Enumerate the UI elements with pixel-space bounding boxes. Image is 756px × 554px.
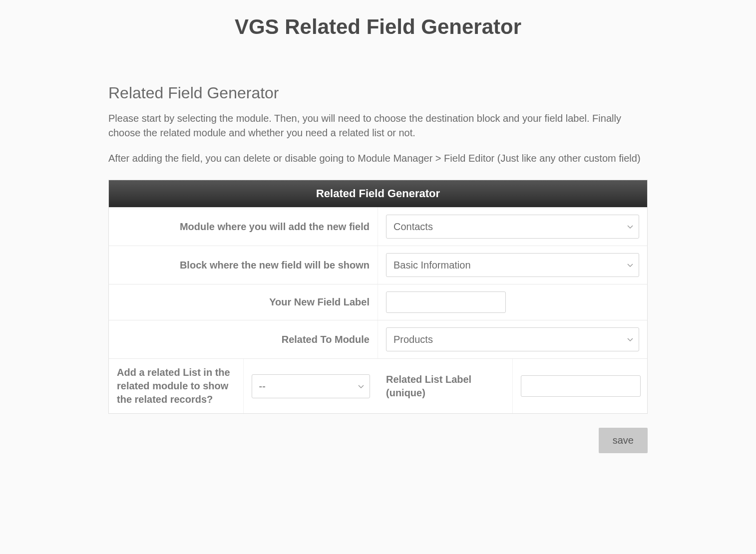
label-module: Module where you will add the new field (109, 208, 378, 246)
intro-paragraph-2: After adding the field, you can delete o… (108, 151, 648, 166)
add-related-list-select[interactable]: -- (252, 374, 371, 398)
input-cell-related-to: Products (378, 320, 647, 358)
label-block: Block where the new field will be shown (109, 246, 378, 284)
save-row: save (108, 428, 648, 453)
block-select[interactable]: Basic Information (386, 253, 639, 277)
row-module: Module where you will add the new field … (109, 207, 647, 246)
row-related-to: Related To Module Products (109, 320, 647, 358)
input-cell-add-related-list: -- (244, 359, 378, 413)
label-related-to: Related To Module (109, 320, 378, 358)
main-container: Related Field Generator Please start by … (108, 84, 648, 473)
select-wrap-module: Contacts (386, 215, 639, 239)
input-cell-module: Contacts (378, 208, 647, 246)
row-field-label: Your New Field Label (109, 284, 647, 320)
select-wrap-block: Basic Information (386, 253, 639, 277)
row-related-list: Add a related List in the related module… (109, 358, 647, 413)
section-heading: Related Field Generator (108, 84, 648, 102)
input-cell-field-label (378, 284, 647, 320)
select-wrap-add-related-list: -- (252, 374, 371, 398)
label-add-related-list: Add a related List in the related module… (109, 359, 244, 413)
form-table: Related Field Generator Module where you… (108, 180, 648, 414)
label-related-list-label: Related List Label (unique) (378, 359, 513, 413)
select-wrap-related-to: Products (386, 327, 639, 351)
input-cell-block: Basic Information (378, 246, 647, 284)
related-list-label-input[interactable] (521, 375, 641, 397)
input-cell-related-list-label (513, 359, 648, 413)
related-to-select[interactable]: Products (386, 327, 639, 351)
form-table-header: Related Field Generator (109, 180, 647, 207)
module-select[interactable]: Contacts (386, 215, 639, 239)
page-title: VGS Related Field Generator (0, 0, 756, 44)
label-field-label: Your New Field Label (109, 284, 378, 320)
intro-paragraph-1: Please start by selecting the module. Th… (108, 111, 648, 140)
row-block: Block where the new field will be shown … (109, 246, 647, 284)
save-button[interactable]: save (599, 428, 648, 453)
field-label-input[interactable] (386, 291, 506, 313)
